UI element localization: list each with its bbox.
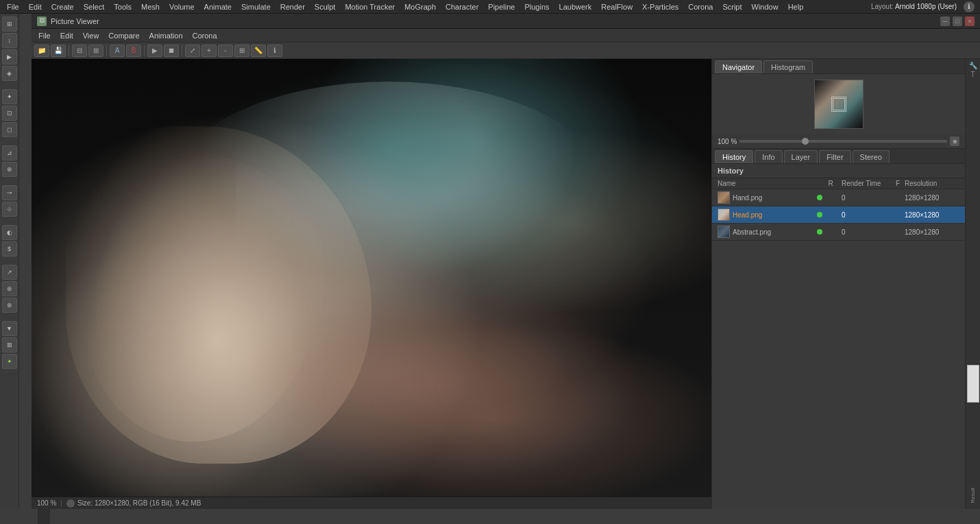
pv-menu-animation[interactable]: Animation — [145, 30, 187, 41]
close-button[interactable]: × — [965, 16, 975, 26]
sidebar-btn-13[interactable]: $ — [2, 241, 17, 257]
hist-name-abstract: Abstract.png — [733, 228, 817, 236]
tb-zoom-out[interactable]: - — [218, 45, 233, 57]
sidebar-btn-16[interactable]: ⊗ — [2, 298, 17, 313]
menu-corona[interactable]: Corona — [684, 1, 717, 12]
menu-create[interactable]: Create — [47, 1, 78, 12]
menu-mesh[interactable]: Mesh — [137, 1, 164, 12]
history-row-abstract[interactable]: Abstract.png 0 1280×1280 — [712, 224, 965, 241]
status-dot-abstract — [817, 229, 822, 235]
status-zoom: 100 % — [37, 499, 56, 507]
sidebar-btn-15[interactable]: ⊛ — [2, 281, 17, 296]
sidebar-btn-12[interactable]: ◐ — [2, 225, 17, 240]
menu-tools[interactable]: Tools — [110, 1, 136, 12]
navigator-preview — [712, 74, 965, 134]
tb-open[interactable]: 📁 — [34, 45, 49, 57]
minimize-button[interactable]: ─ — [940, 16, 950, 26]
pv-menu-compare[interactable]: Compare — [104, 30, 143, 41]
menu-edit[interactable]: Edit — [25, 1, 46, 12]
zoom-expand-button[interactable]: ⊕ — [950, 136, 959, 146]
menu-volume[interactable]: Volume — [165, 1, 199, 12]
pv-menu-edit[interactable]: Edit — [56, 30, 77, 41]
tab-navigator[interactable]: Navigator — [715, 60, 762, 73]
tb-fit[interactable]: ⤢ — [185, 45, 200, 57]
menu-motion-tracker[interactable]: Motion Tracker — [341, 1, 399, 12]
text-tool-icon[interactable]: T — [970, 71, 975, 78]
menu-laubwerk[interactable]: Laubwerk — [555, 1, 596, 12]
sidebar-btn-11[interactable]: ⊹ — [2, 202, 17, 217]
col-f: F — [891, 180, 905, 187]
status-dot-head — [817, 212, 822, 217]
status-size-info: Size: 1280×1280, RGB (16 Bit), 9.42 MB — [77, 499, 201, 507]
tb-filter2[interactable]: ⊞ — [88, 45, 103, 57]
history-row-hand[interactable]: Hand.png 0 1280×1280 — [712, 189, 965, 206]
sidebar-btn-10[interactable]: ⊸ — [2, 185, 17, 200]
sidebar-btn-8[interactable]: ⊿ — [2, 145, 17, 160]
pv-menu-view[interactable]: View — [79, 30, 103, 41]
tb-info[interactable]: ℹ — [267, 45, 282, 57]
tb-zoom-in[interactable]: + — [201, 45, 217, 57]
sidebar-btn-4[interactable]: ◈ — [2, 66, 17, 81]
wrench-icon[interactable]: 🔧 — [969, 62, 977, 69]
menu-window[interactable]: Window — [748, 1, 783, 12]
menu-character[interactable]: Character — [441, 1, 482, 12]
maximize-button[interactable]: □ — [953, 16, 962, 26]
menu-help[interactable]: Help — [784, 1, 808, 12]
sidebar-btn-19[interactable]: ✦ — [2, 354, 17, 369]
pv-menu-corona[interactable]: Corona — [188, 30, 221, 41]
right-panel: Navigator Histogram 100 % ⊕ — [711, 59, 965, 509]
menu-realflow[interactable]: RealFlow — [597, 1, 637, 12]
sidebar-btn-1[interactable]: ⊞ — [2, 16, 17, 32]
top-menubar: File Edit Create Select Tools Mesh Volum… — [0, 0, 980, 14]
tb-grid[interactable]: ⊞ — [234, 45, 249, 57]
menu-plugins[interactable]: Plugins — [520, 1, 553, 12]
col-r: R — [825, 180, 836, 187]
tab-info[interactable]: Info — [755, 150, 782, 163]
tb-A[interactable]: A — [110, 45, 125, 57]
hist-res-abstract: 1280×1280 — [905, 228, 959, 236]
tb-ruler[interactable]: 📏 — [251, 45, 266, 57]
history-row-head[interactable]: Head.png 0 1280×1280 — [712, 206, 965, 224]
menu-pipeline[interactable]: Pipeline — [484, 1, 519, 12]
sidebar-btn-9[interactable]: ⊕ — [2, 162, 17, 177]
status-dot-hand — [817, 195, 822, 200]
zoom-thumb[interactable] — [802, 138, 809, 145]
layout-label: Layout: Arnold 1080p (User) — [871, 3, 962, 10]
tb-filter1[interactable]: ⊟ — [72, 45, 87, 57]
tab-layer[interactable]: Layer — [784, 150, 818, 163]
hist-name-hand: Hand.png — [733, 194, 817, 202]
tb-play[interactable]: ▶ — [147, 45, 162, 57]
info-icon[interactable]: ℹ — [964, 1, 975, 12]
tab-history[interactable]: History — [715, 150, 753, 163]
tb-sep-2 — [106, 45, 107, 56]
tab-stereo[interactable]: Stereo — [853, 150, 890, 163]
zoom-slider[interactable] — [739, 140, 947, 143]
pv-toolbar: 📁 💾 ⊟ ⊞ A B ▶ ⏹ ⤢ + - ⊞ 📏 ℹ — [32, 43, 980, 59]
tab-filter[interactable]: Filter — [819, 150, 850, 163]
sidebar-btn-6[interactable]: ⊡ — [2, 106, 17, 121]
sidebar-btn-3[interactable]: ▶ — [2, 49, 17, 64]
sidebar-btn-14[interactable]: ↗ — [2, 265, 17, 280]
tb-stop[interactable]: ⏹ — [164, 45, 179, 57]
pv-menu-file[interactable]: File — [34, 30, 55, 41]
sidebar-btn-5[interactable]: ✦ — [2, 89, 17, 104]
menu-file[interactable]: File — [3, 1, 23, 12]
sidebar-btn-2[interactable]: ↕ — [2, 33, 17, 48]
menu-simulate[interactable]: Simulate — [237, 1, 275, 12]
tb-save[interactable]: 💾 — [51, 45, 66, 57]
menu-select[interactable]: Select — [79, 1, 109, 12]
menu-render[interactable]: Render — [276, 1, 309, 12]
menu-mograph[interactable]: MoGraph — [400, 1, 440, 12]
sidebar-btn-7[interactable]: ◻ — [2, 122, 17, 137]
sidebar-btn-18[interactable]: ⊠ — [2, 337, 17, 353]
tb-B[interactable]: B — [126, 45, 141, 57]
sidebar-btn-17[interactable]: ▼ — [2, 321, 17, 336]
menu-script[interactable]: Script — [718, 1, 746, 12]
thumb-abstract — [718, 226, 730, 238]
menu-xparticles[interactable]: X-Particles — [638, 1, 683, 12]
left-sidebar: ⊞ ↕ ▶ ◈ ✦ ⊡ ◻ ⊿ ⊕ ⊸ ⊹ ◐ $ ↗ ⊛ ⊗ ▼ ⊠ ✦ — [0, 14, 19, 509]
menu-sculpt[interactable]: Sculpt — [310, 1, 340, 12]
canvas-area[interactable]: 100 % | Size: 1280×1280, RGB (16 Bit), 9… — [32, 59, 711, 509]
tab-histogram[interactable]: Histogram — [763, 60, 813, 73]
menu-animate[interactable]: Animate — [200, 1, 236, 12]
